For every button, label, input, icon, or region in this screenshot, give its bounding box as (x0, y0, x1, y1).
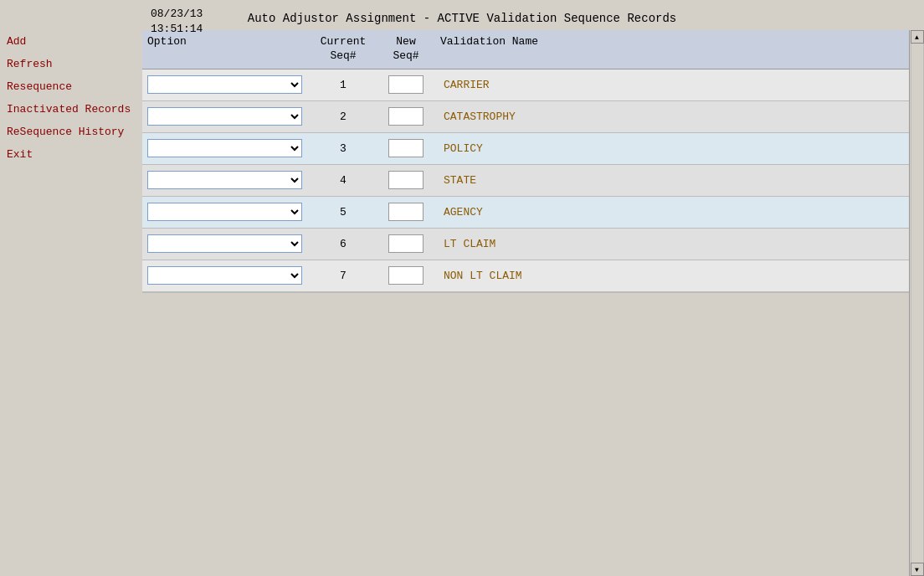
row-new-seq-3 (377, 136, 435, 161)
table-row: 7 NON LT CLAIM (142, 260, 909, 292)
content-area: Option Current Seq# New Seq# Validation … (142, 30, 924, 576)
scroll-track (911, 44, 924, 563)
header: 08/23/13 13:51:14 Auto Adjustor Assignme… (0, 0, 924, 30)
option-dropdown-1[interactable] (147, 75, 302, 94)
option-dropdown-3[interactable] (147, 139, 302, 157)
row-option-1 (142, 72, 310, 97)
option-dropdown-4[interactable] (147, 171, 302, 189)
row-new-seq-4 (377, 167, 435, 193)
col-header-option: Option (142, 33, 310, 65)
new-seq-input-7[interactable] (388, 266, 424, 285)
scroll-down-button[interactable]: ▼ (911, 563, 924, 576)
sidebar: Add Refresh Resequence Inactivated Recor… (0, 30, 142, 576)
content-wrapper: Option Current Seq# New Seq# Validation … (142, 30, 924, 576)
row-seq-4: 4 (310, 174, 377, 187)
sidebar-item-resequence-history[interactable]: ReSequence History (7, 121, 136, 143)
sidebar-item-inactivated-records[interactable]: Inactivated Records (7, 98, 136, 121)
sidebar-item-add[interactable]: Add (7, 30, 136, 53)
row-seq-3: 3 (310, 142, 377, 155)
col-header-validation-name: Validation Name (435, 33, 894, 65)
table-row: 4 STATE (142, 165, 909, 197)
new-seq-input-2[interactable] (388, 107, 424, 126)
empty-rows-area (142, 292, 909, 293)
col-header-new-seq: New Seq# (377, 33, 435, 65)
new-seq-input-3[interactable] (388, 139, 424, 157)
row-seq-6: 6 (310, 238, 377, 250)
date-line2: 13:51:14 (151, 22, 203, 37)
row-option-4 (142, 167, 310, 193)
new-seq-input-1[interactable] (388, 75, 424, 94)
row-seq-5: 5 (310, 206, 377, 219)
row-validation-name-5: AGENCY (435, 206, 909, 219)
row-option-5 (142, 199, 310, 224)
row-new-seq-6 (377, 231, 435, 256)
row-new-seq-1 (377, 72, 435, 97)
row-validation-name-3: POLICY (435, 142, 909, 155)
new-seq-input-5[interactable] (388, 203, 424, 221)
col-header-current-seq: Current Seq# (310, 33, 377, 65)
row-seq-2: 2 (310, 111, 377, 123)
option-dropdown-7[interactable] (147, 266, 302, 285)
scroll-up-button[interactable]: ▲ (911, 30, 924, 44)
table-row: 5 AGENCY (142, 197, 909, 229)
sidebar-item-refresh[interactable]: Refresh (7, 53, 136, 75)
table-row: 3 POLICY (142, 133, 909, 165)
row-seq-7: 7 (310, 270, 377, 282)
row-option-3 (142, 136, 310, 161)
row-seq-1: 1 (310, 79, 377, 91)
row-validation-name-2: CATASTROPHY (435, 111, 909, 123)
row-option-7 (142, 263, 310, 288)
table-row: 6 LT CLAIM (142, 229, 909, 260)
row-new-seq-5 (377, 199, 435, 224)
option-dropdown-6[interactable] (147, 234, 302, 253)
row-option-6 (142, 231, 310, 256)
row-validation-name-1: CARRIER (435, 79, 909, 91)
right-scrollbar: ▲ ▼ (909, 30, 924, 576)
main-area: Add Refresh Resequence Inactivated Recor… (0, 30, 924, 576)
sidebar-item-exit[interactable]: Exit (7, 143, 136, 166)
new-seq-input-6[interactable] (388, 234, 424, 253)
new-seq-input-4[interactable] (388, 171, 424, 189)
row-option-2 (142, 104, 310, 129)
table-header: Option Current Seq# New Seq# Validation … (142, 30, 909, 69)
row-new-seq-7 (377, 263, 435, 288)
table-grid: Option Current Seq# New Seq# Validation … (142, 30, 909, 576)
app-container: 08/23/13 13:51:14 Auto Adjustor Assignme… (0, 0, 924, 576)
option-dropdown-2[interactable] (147, 107, 302, 126)
row-validation-name-6: LT CLAIM (435, 238, 909, 250)
row-new-seq-2 (377, 104, 435, 129)
row-validation-name-4: STATE (435, 174, 909, 187)
table-body: 1 CARRIER (142, 69, 909, 576)
table-row: 1 CARRIER (142, 69, 909, 101)
sidebar-item-resequence[interactable]: Resequence (7, 75, 136, 98)
option-dropdown-5[interactable] (147, 203, 302, 221)
header-datetime: 08/23/13 13:51:14 (151, 7, 203, 37)
row-validation-name-7: NON LT CLAIM (435, 270, 909, 282)
table-row: 2 CATASTROPHY (142, 101, 909, 133)
page-title: Auto Adjustor Assignment - ACTIVE Valida… (248, 12, 676, 25)
date-line1: 08/23/13 (151, 7, 203, 22)
